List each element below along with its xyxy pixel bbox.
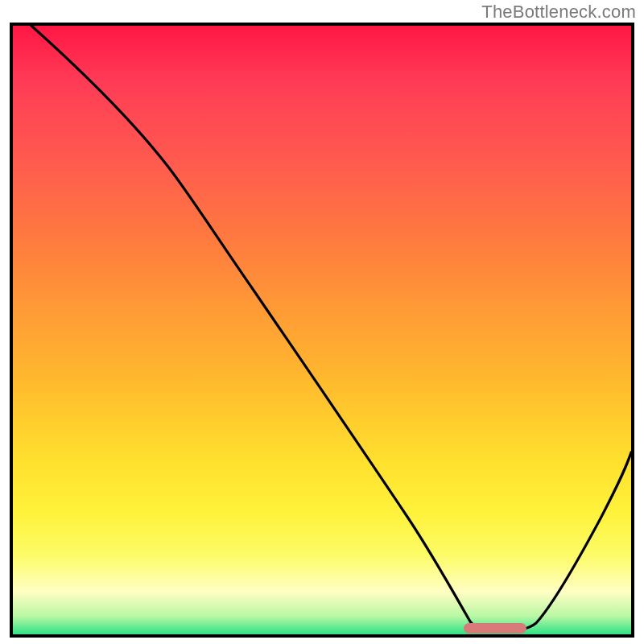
- optimum-marker: [464, 623, 526, 634]
- bottleneck-curve-path: [31, 26, 631, 631]
- curve-layer: [13, 26, 631, 634]
- plot-frame: [10, 23, 634, 638]
- plot-area: [13, 26, 631, 634]
- chart-container: TheBottleneck.com: [0, 0, 644, 644]
- watermark-text: TheBottleneck.com: [481, 2, 636, 23]
